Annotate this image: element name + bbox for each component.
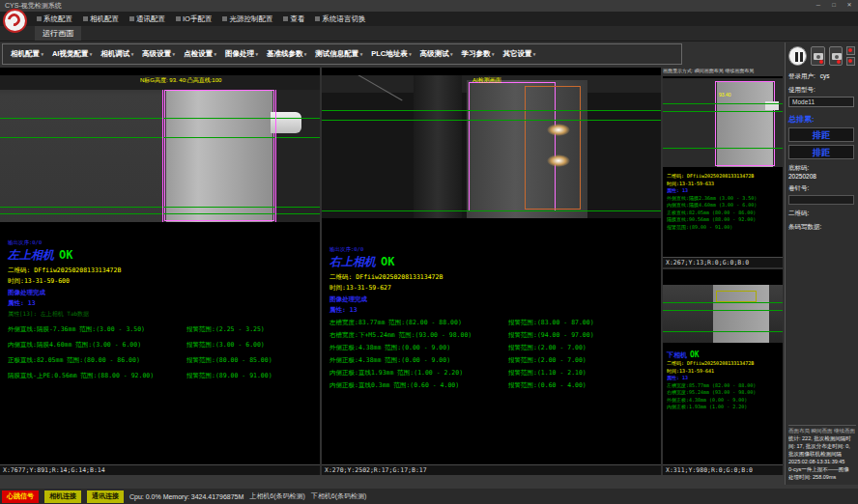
measurement-row: 内侧正极:直线1.93mm 范围:(1.00 - 2.20) 报警范围:(1.1… bbox=[329, 369, 594, 378]
close-button[interactable]: ✕ bbox=[843, 0, 856, 11]
toolbar-item-advanced-test[interactable]: 高级测试 bbox=[420, 49, 453, 59]
measure-value: 内侧直线:隔膜4.60mm 范围:(3.00 - 6.00) bbox=[8, 341, 186, 350]
machine-column bbox=[414, 75, 462, 218]
time-text: 时间:13-31-59-641 bbox=[667, 368, 756, 376]
green-measure-line bbox=[0, 137, 320, 138]
measure-value: 隔膜直线-上PE:0.56mm 范围:(88.00 - 92.00) bbox=[8, 372, 186, 380]
toolbar-item-camera-config[interactable]: 相机配置 bbox=[11, 49, 43, 59]
menu-item-system-config[interactable]: 系统配置 bbox=[37, 14, 72, 24]
toolbar-item-plc-address[interactable]: PLC地址表 bbox=[371, 49, 411, 59]
green-measure-line bbox=[0, 213, 320, 214]
toolbar-item-image-processing[interactable]: 图像处理 bbox=[225, 49, 258, 59]
stats-block: 画面布局 瞬间画面 继续画面 统计: 222, 批次检测间隔时 间: 17, 批… bbox=[788, 425, 856, 481]
measurement-row: 外侧正极:4.38mm 范围:(0.00 - 9.00) 报警范围:(2.00 … bbox=[329, 356, 594, 365]
measurement-row: 正极直线:82.05mm 范围:(80.00 - 86.00) 报警范围:(80… bbox=[8, 356, 272, 365]
magenta-guide-line bbox=[162, 90, 163, 222]
left-camera-image[interactable]: N标G高度: 93. 40:凸高直线:100 bbox=[0, 75, 320, 222]
camera-title: 右上相机OK bbox=[329, 254, 594, 270]
top-camera-status: 上相机6(条码检测) bbox=[249, 491, 305, 501]
pause-icon bbox=[795, 52, 798, 62]
green-measure-line bbox=[0, 118, 320, 119]
measure-value: 内侧正极:直线1.93mm 范围:(1.00 - 2.20) bbox=[329, 369, 508, 378]
toolbar-item-baseline-params[interactable]: 基准线参数 bbox=[267, 49, 306, 59]
measure-line: 外侧直线:隔膜2.36mm (3.00 - 3.50) bbox=[667, 195, 757, 203]
measure-value: 外侧直线:隔膜-7.36mm 范围:(3.00 - 3.50) bbox=[8, 325, 186, 334]
measurement-row: 外侧正极:4.38mm 范围:(0.00 - 9.00) 报警范围:(2.00 … bbox=[329, 344, 594, 352]
bright-spot bbox=[547, 124, 570, 136]
process-status-text: 图像处理完成 bbox=[329, 295, 594, 304]
menu-item-view[interactable]: 查看 bbox=[283, 14, 304, 24]
menu-item-light-config[interactable]: 光源控制配置 bbox=[222, 14, 272, 24]
maximize-button[interactable]: □ bbox=[827, 0, 841, 11]
small-top-coordinate-bar: X:267;Y:13;R:0;G:0;B:0 bbox=[663, 257, 783, 267]
measure-line: 左槽宽度:85.77mm (82.00 - 88.00) bbox=[667, 382, 756, 390]
small-top-result-text: 二维码: DFfiiw2025020813313472B 时间:13-31-59… bbox=[667, 173, 757, 231]
measure-value: 正极直线:82.05mm 范围:(80.00 - 86.00) bbox=[8, 356, 186, 365]
counter-box-1: 排距 bbox=[788, 127, 854, 142]
green-measure-line bbox=[663, 148, 783, 149]
needle-number-input[interactable] bbox=[788, 195, 854, 205]
tab-run-screen[interactable]: 运行画面 bbox=[35, 26, 81, 41]
comm-link-indicator: 通讯连接 bbox=[87, 490, 124, 503]
menu-item-io-config[interactable]: IO手配置 bbox=[176, 14, 212, 24]
toolbar-item-other-settings[interactable]: 其它设置 bbox=[502, 49, 535, 59]
stats-line: 2025:02:08-13:31:39:45 bbox=[788, 458, 856, 465]
alarm-range: 报警范围:(2.25 - 3.25) bbox=[186, 325, 265, 334]
menu-item-comm-config[interactable]: 通讯配置 bbox=[129, 14, 165, 24]
needle-row: 卷针号: bbox=[788, 184, 855, 193]
menu-bar: 系统配置 相机配置 通讯配置 IO手配置 光源控制配置 查看 系统语言切换 bbox=[0, 12, 858, 26]
minimize-button[interactable]: ─ bbox=[812, 0, 825, 11]
indicator-button-1[interactable] bbox=[846, 46, 855, 55]
indicator-button-2[interactable] bbox=[846, 57, 855, 66]
result-ok-badge: OK bbox=[690, 350, 700, 359]
sidebar-controls bbox=[788, 44, 855, 68]
small-bottom-result-text: 下相机OK 二维码: DFfiiw2025020813313472B 时间:13… bbox=[667, 350, 756, 411]
result-ok-badge: OK bbox=[381, 255, 394, 268]
alarm-range: 报警范围:(89.00 - 91.00) bbox=[186, 372, 272, 380]
process-status-text: 图像处理完成 bbox=[8, 289, 272, 297]
toolbar-item-advanced-settings[interactable]: 高级设置 bbox=[142, 49, 175, 59]
camera-view-left-top: N标G高度: 93. 40:凸高直线:100 输出次序:0/0 左上相机OK 二… bbox=[0, 68, 320, 475]
toolbar-item-camera-debug[interactable]: 相机调试 bbox=[100, 49, 133, 59]
toolbar-item-test-info-config[interactable]: 测试信息配置 bbox=[315, 49, 362, 59]
pause-button[interactable] bbox=[788, 46, 807, 66]
app-window: CYS-视觉检测系统 ─ □ ✕ 系统配置 相机配置 通讯配置 IO手配置 光源… bbox=[0, 0, 858, 504]
small-bottom-camera-image[interactable] bbox=[663, 285, 783, 343]
camera-toggle-button-2[interactable] bbox=[829, 46, 843, 66]
barcode-text: 二维码: DFfiiw2025020813313472B bbox=[8, 266, 272, 275]
alarm-range: 报警范围:(2.00 - 7.00) bbox=[508, 344, 586, 352]
pause-icon bbox=[800, 52, 803, 62]
yellow-roi-box bbox=[716, 291, 757, 302]
stats-line: 处理时间: 258.09ms bbox=[788, 473, 856, 481]
green-measure-line bbox=[663, 302, 783, 303]
status-dot bbox=[837, 60, 841, 64]
toolbar-item-spot-check[interactable]: 点检设置 bbox=[184, 49, 216, 59]
menu-item-language-switch[interactable]: 系统语言切换 bbox=[315, 14, 365, 24]
batch-code-label: 底标码: bbox=[788, 164, 809, 171]
batch-row: 底标码: bbox=[788, 164, 855, 173]
attribute-text: 属性: 13 bbox=[8, 299, 272, 308]
toolbar-item-ai-vision-config[interactable]: AI视觉配置 bbox=[52, 49, 92, 59]
green-measure-line bbox=[663, 103, 783, 104]
stats-line: 统计: 222, 批次检测间隔时 bbox=[788, 434, 856, 442]
status-bar: 心跳信号 相机连接 通讯连接 Cpu: 0.0% Memory: 3424.41… bbox=[0, 489, 858, 504]
camera-toggle-button-1[interactable] bbox=[811, 46, 824, 66]
menu-item-camera-config[interactable]: 相机配置 bbox=[83, 14, 119, 24]
green-measure-line bbox=[322, 120, 661, 121]
alarm-range: 报警范围:(94.00 - 97.00) bbox=[508, 331, 594, 340]
write-row: 条码写数据: bbox=[788, 223, 855, 232]
camera-title: 下相机OK bbox=[667, 350, 756, 360]
small-top-camera-image[interactable]: 93.40 bbox=[663, 78, 783, 167]
bottom-strip bbox=[0, 475, 858, 489]
stats-line: 间: 17, 批次分布走时间: 0, bbox=[788, 442, 856, 450]
mid-camera-image[interactable]: AI检测画面 bbox=[322, 75, 661, 218]
measure-value: 内侧正极:直线0.3mm 范围:(0.60 - 4.00) bbox=[329, 381, 508, 390]
toolbar-item-learning-params[interactable]: 学习参数 bbox=[462, 49, 495, 59]
orange-roi-box bbox=[525, 86, 581, 210]
model-select[interactable]: Mode11 bbox=[788, 97, 854, 107]
measure-line: 正极直线:82.05mm (80.00 - 86.00) bbox=[667, 210, 757, 217]
model-row: 使用型号: bbox=[788, 86, 855, 95]
mid-result-text: 输出次序:0/0 右上相机OK 二维码: DFfiiw2025020813313… bbox=[329, 246, 594, 390]
mid-overlay-label: AI检测画面 bbox=[472, 76, 501, 85]
cpu-memory-status: Cpu: 0.0% Memory: 3424.41796875M bbox=[129, 493, 243, 500]
